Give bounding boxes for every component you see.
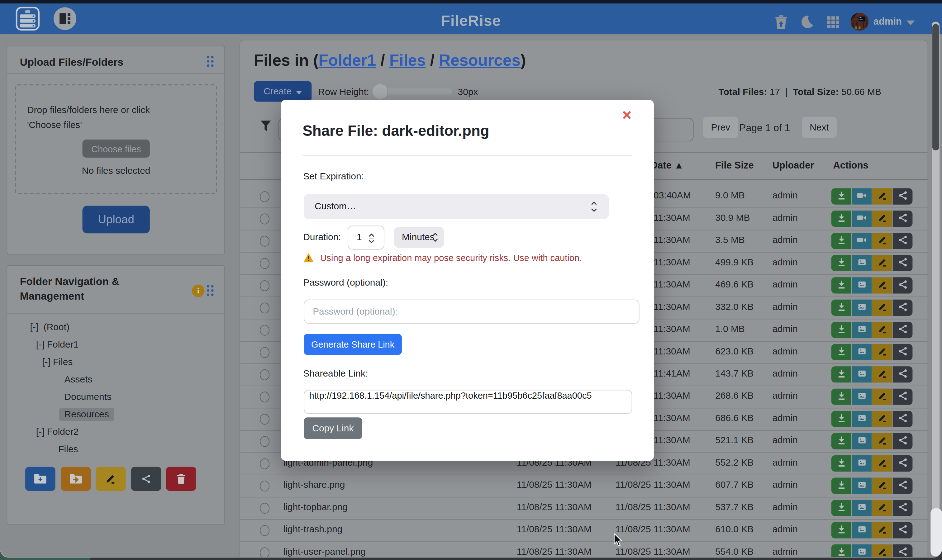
avatar[interactable]	[850, 13, 868, 31]
download-button[interactable]	[831, 366, 851, 383]
download-button[interactable]	[831, 255, 851, 271]
rename-button[interactable]	[872, 188, 892, 205]
row-checkbox[interactable]	[260, 369, 269, 380]
rename-button[interactable]	[872, 366, 892, 383]
share-button[interactable]	[893, 255, 913, 271]
download-button[interactable]	[831, 389, 851, 405]
preview-image-button[interactable]	[852, 389, 871, 405]
share-button[interactable]	[893, 389, 913, 405]
expiration-select[interactable]: Custom…	[304, 194, 609, 219]
rename-button[interactable]	[872, 344, 892, 360]
row-checkbox[interactable]	[260, 325, 269, 336]
folder-tree-item[interactable]: Resources	[59, 408, 114, 421]
drag-handle-icon[interactable]	[207, 285, 215, 297]
folder-tree-item[interactable]: [-] Folder1	[36, 339, 78, 350]
rename-button[interactable]	[872, 233, 892, 249]
share-button[interactable]	[893, 433, 913, 449]
preview-image-button[interactable]	[852, 411, 871, 427]
rename-button[interactable]	[872, 433, 892, 449]
download-button[interactable]	[831, 477, 851, 494]
share-button[interactable]	[893, 411, 913, 427]
preview-image-button[interactable]	[852, 477, 871, 494]
preview-image-button[interactable]	[852, 344, 871, 360]
download-button[interactable]	[831, 211, 851, 227]
row-checkbox[interactable]	[260, 258, 269, 269]
duration-input[interactable]: 1	[348, 226, 385, 249]
prev-page-button[interactable]: Prev	[703, 117, 738, 138]
choose-files-button[interactable]: Choose files	[83, 140, 150, 158]
rename-button[interactable]	[872, 477, 892, 494]
share-button[interactable]	[893, 477, 913, 494]
share-button[interactable]	[893, 545, 913, 557]
file-name[interactable]: light-topbar.png	[283, 502, 348, 513]
drop-zone[interactable]: Drop files/folders here or click'Choose …	[15, 84, 217, 194]
move-folder-button[interactable]	[60, 467, 91, 491]
download-button[interactable]	[831, 455, 851, 472]
folder-tree-item[interactable]: Assets	[65, 374, 92, 385]
download-button[interactable]	[831, 344, 851, 360]
row-checkbox[interactable]	[260, 458, 269, 469]
rename-button[interactable]	[872, 277, 892, 293]
breadcrumb-resources[interactable]: Resources	[439, 51, 520, 69]
preview-image-button[interactable]	[852, 433, 871, 449]
download-button[interactable]	[831, 433, 851, 449]
share-button[interactable]	[893, 322, 913, 338]
share-button[interactable]	[893, 300, 913, 316]
folder-tree-item[interactable]: [-] Folder2	[36, 426, 78, 437]
share-button[interactable]	[893, 211, 913, 227]
rename-button[interactable]	[872, 300, 892, 316]
drag-handle-icon[interactable]	[207, 56, 215, 68]
duration-unit-select[interactable]: Minutes	[394, 227, 444, 248]
row-checkbox[interactable]	[260, 347, 269, 358]
row-checkbox[interactable]	[260, 503, 269, 514]
close-icon[interactable]: ✕	[618, 108, 636, 123]
share-button[interactable]	[893, 277, 913, 293]
filter-icon[interactable]	[260, 120, 271, 135]
row-checkbox[interactable]	[260, 414, 269, 425]
scrollbar-track-light[interactable]	[930, 508, 942, 557]
breadcrumb-folder1[interactable]: Folder1	[319, 51, 376, 69]
row-checkbox[interactable]	[260, 436, 269, 447]
password-input[interactable]	[304, 300, 640, 324]
rename-button[interactable]	[872, 545, 892, 557]
share-button[interactable]	[893, 500, 913, 516]
row-checkbox[interactable]	[260, 525, 269, 536]
delete-folder-button[interactable]	[166, 467, 196, 491]
row-checkbox[interactable]	[260, 214, 269, 225]
row-checkbox[interactable]	[260, 481, 269, 491]
download-button[interactable]	[831, 522, 851, 538]
trash-restore-icon[interactable]	[775, 15, 788, 32]
info-icon[interactable]: i	[192, 285, 205, 297]
rename-button[interactable]	[872, 211, 892, 227]
folder-tree-item[interactable]: Documents	[65, 391, 111, 402]
upload-button[interactable]: Upload	[83, 206, 150, 234]
file-name[interactable]: light-share.png	[283, 479, 345, 490]
preview-image-button[interactable]	[852, 300, 871, 316]
preview-video-button[interactable]	[852, 233, 871, 249]
folder-tree-item[interactable]: Files	[58, 444, 78, 455]
rename-button[interactable]	[872, 411, 892, 427]
file-name[interactable]: light-trash.png	[283, 524, 343, 535]
preview-image-button[interactable]	[852, 366, 871, 383]
preview-image-button[interactable]	[852, 322, 871, 338]
preview-image-button[interactable]	[852, 277, 871, 293]
preview-image-button[interactable]	[852, 255, 871, 271]
preview-image-button[interactable]	[852, 500, 871, 516]
rename-button[interactable]	[872, 500, 892, 516]
user-menu-label[interactable]: admin	[873, 16, 902, 27]
column-uploader[interactable]: Uploader	[772, 160, 814, 171]
scrollbar-thumb[interactable]	[932, 24, 939, 151]
rename-folder-button[interactable]	[95, 467, 126, 491]
download-button[interactable]	[831, 233, 851, 249]
preview-image-button[interactable]	[852, 545, 871, 557]
row-checkbox[interactable]	[260, 236, 269, 247]
file-name[interactable]: light-user-panel.png	[283, 546, 366, 557]
create-button[interactable]: Create	[254, 81, 311, 102]
share-button[interactable]	[893, 366, 913, 383]
preview-video-button[interactable]	[852, 188, 871, 205]
download-button[interactable]	[831, 322, 851, 338]
rename-button[interactable]	[872, 455, 892, 472]
download-button[interactable]	[831, 188, 851, 205]
row-checkbox[interactable]	[260, 280, 269, 291]
download-button[interactable]	[831, 277, 851, 293]
